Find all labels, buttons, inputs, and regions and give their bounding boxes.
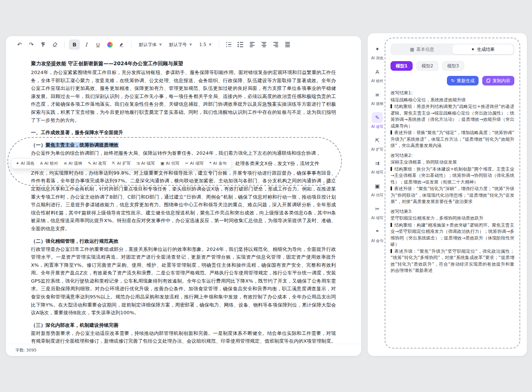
float-ai-expand-button[interactable]: ⇱AI 扩写 [112,160,131,168]
float-ai-proofread-button[interactable]: AAI 校对 [40,160,58,168]
ai-tool-strip: ✦ AI 润色 A AI 校对 ≡ AI 提纲 ✎ AI 改写 ⇱ AI 扩写 … [370,43,385,244]
quote-icon: ❝ [372,226,383,237]
document-subheading-3: （三）深化内部改革，机制建设持续完善 [31,321,336,329]
numbered-list-button[interactable] [235,39,246,50]
align-left-button[interactable] [247,39,258,50]
block-marker-icon [391,167,392,171]
float-ai-shorten-button[interactable]: ✂AI 缩写 [185,160,204,168]
document-subheading-2: （二）强化精细管理，行政运行规范高效 [31,237,336,245]
sidebar-tool-ai-shorten[interactable]: ✂ AI 缩写 [371,203,384,221]
selected-text[interactable]: 聚焦主责主业，统筹协调提质增效 [46,142,119,148]
float-ai-continue-button[interactable]: ⇉AI 续写 [136,160,155,168]
result-item: 结构重组：构建“精准施策+质效突破”逻辑闭环。聚焦主责主业→坚守职能定位精准发力… [391,222,514,248]
regenerate-button[interactable]: ↻ 重新生成 [447,76,479,85]
info-grid-icon: ▦ [410,47,414,52]
toolbar-divider [64,41,65,48]
document-paragraph: Z件次，均实现限时办结，办结率达到99.8%。对上级重要文件和领导批示，建立专门… [31,169,336,233]
rewrite-result-3: 改写结果3: 坚守职能定位精准发力，多维协同推动质效跃升 结构重组：构建“精准施… [391,209,514,274]
block-marker-icon [391,186,392,190]
scissors-icon: ✂ [185,160,188,168]
model-3-button[interactable]: 模型3 [442,61,464,71]
proofread-icon: A [40,160,43,168]
document-text-after-toolbar: 处理各类来文X份，发文Y份，流转文件 [235,160,319,168]
copy-icon: ▣ [372,181,383,192]
copy-content-button[interactable]: 复制内容 [482,76,514,85]
result-title: 坚守职能定位精准发力，多维协同推动质效跃升 [391,215,514,222]
result-item: 表述升级：“聚焦”升级为“坚守职能定位”，强化政治属性；“统筹”转化为“多维协同… [391,248,514,274]
sparkle-icon: ✦ [372,43,383,55]
model-2-button[interactable]: 模型2 [416,61,438,71]
result-title: 锚定战略核心定位，系统推进效能升级 [391,97,514,104]
tab-basic-info[interactable]: ▦ 基本信息 [392,45,452,54]
sidebar-tool-ai-outline[interactable]: ≡ AI 提纲 [371,89,384,106]
rewrite-results[interactable]: 改写结果1: 锚定战略核心定位，系统推进效能升级 结构重组：将原并列结构调整为“… [391,90,514,274]
sidebar-tool-ai-imitate[interactable]: ▣ AI 仿写 [371,181,384,198]
result-label: 改写结果1: [391,90,514,97]
bold-button[interactable]: B [69,39,80,50]
justify-button[interactable] [282,39,293,50]
document-body[interactable]: 聚力攻坚提效能 守正创新谱新篇——2024年办公室工作回顾与展望 2024年，办… [6,53,361,356]
toolbar-divider [131,41,132,48]
result-label: 改写结果2: [391,153,514,159]
italic-button[interactable]: I [81,39,92,50]
rewrite-result-1: 改写结果1: 锚定战略核心定位，系统推进效能升级 结构重组：将原并列结构调整为“… [391,90,514,149]
align-center-icon [262,42,266,47]
sparkle-icon: ✦ [471,47,475,52]
tab-generated-result[interactable]: ✦ 生成结果 [452,45,513,54]
font-size-value: 默认字号 [169,42,187,48]
align-left-icon [250,42,255,47]
undo-button[interactable]: ↶ [14,39,25,50]
sidebar-tool-ai-proofread[interactable]: A AI 校对 [371,66,384,84]
panel-tabs: ▦ 基本信息 ✦ 生成结果 [391,43,514,55]
model-selector: 模型1 模型2 模型3 [391,61,514,71]
sidebar-tool-ai-rewrite[interactable]: ✎ AI 改写 [371,112,384,129]
continue-icon: ⇉ [136,160,140,168]
numbered-list-icon [238,42,243,48]
expand-icon: ⇱ [372,135,383,146]
align-right-button[interactable] [270,39,281,50]
sidebar-tool-ai-polish[interactable]: ✦ AI 润色 [371,43,384,61]
sidebar-tool-ai-expand[interactable]: ⇱ AI 扩写 [371,135,384,152]
rewrite-result-2: 改写结果2: 深耕主业强根基，协同联动促发展 结构重组：拆分为“本体建设+机制创… [391,153,514,205]
font-size-select[interactable]: 默认字号▼ [166,39,195,50]
copy-icon: ▣ [160,160,164,168]
sidebar-tool-ai-continue[interactable]: ⇉ AI 续写 [371,158,384,175]
result-item: 表述升级：“聚焦”转化为“深耕”，增强行动力度；“统筹”升级为“协同联动”，体现… [391,186,514,205]
float-ai-polish-button[interactable]: ✦AI 润色 [16,160,35,168]
font-family-value: 默认字体 [139,42,157,48]
result-actions: ↻ 重新生成 复制内容 [391,76,514,85]
clear-format-button[interactable] [49,39,60,50]
redo-button[interactable]: ↷ [26,39,37,50]
selection-toolbar-row: ✦AI 润色 AAI 校对 ≡AI 提纲 ✎AI 改写 ⇱AI 扩写 ⇉AI 续… [31,158,336,169]
align-center-button[interactable] [259,39,270,50]
result-title: 深耕主业强根基，协同联动促发展 [391,159,514,166]
text-color-button[interactable] [104,39,115,50]
underline-button[interactable]: U [92,39,104,50]
editor-window: ↶ ↷ B I U 默认字体▼ 默认字号▼ 1.5▼ [6,36,361,356]
continue-icon: ⇉ [372,158,383,169]
highlight-color-button[interactable] [116,39,127,50]
bullet-list-button[interactable] [223,39,234,50]
block-marker-icon [391,104,392,108]
toolbar-divider [219,41,219,48]
result-label: 改写结果3: [391,209,514,215]
sidebar-tool-ai-quote[interactable]: ❝ AI 金句 [371,226,384,244]
block-marker-icon [391,223,392,227]
justify-icon [285,42,290,47]
line-spacing-select[interactable]: 1.5▼ [196,39,215,50]
float-ai-rewrite-button[interactable]: ✎AI 改写 [88,160,106,168]
panel-dashed-outline: ▦ 基本信息 ✦ 生成结果 模型1 模型2 模型3 ↻ 重新生成 复制内容 [385,38,520,349]
font-family-select[interactable]: 默认字体▼ [136,39,165,50]
model-1-button[interactable]: 模型1 [391,61,413,71]
float-ai-quote-button[interactable]: ❝AI 金句 [209,160,227,168]
format-painter-button[interactable] [38,39,49,50]
float-ai-outline-button[interactable]: ≡AI 提纲 [64,160,83,168]
align-right-icon [273,42,278,47]
block-marker-icon [391,249,392,253]
copy-icon [486,78,490,83]
pen-icon: ✎ [372,112,383,123]
float-ai-imitate-button[interactable]: ▣AI 仿写 [160,160,179,168]
result-item: 结构重组：拆分为“本体建设+机制创新”两个维度。主责主业→主业强根基（突出基础性… [391,166,514,186]
result-item: 表述升级：替换“聚焦”为“锚定”，增加战略高度；“统筹协调”升级为“系统推进”，… [391,130,514,149]
outline-icon: ≡ [372,89,383,100]
